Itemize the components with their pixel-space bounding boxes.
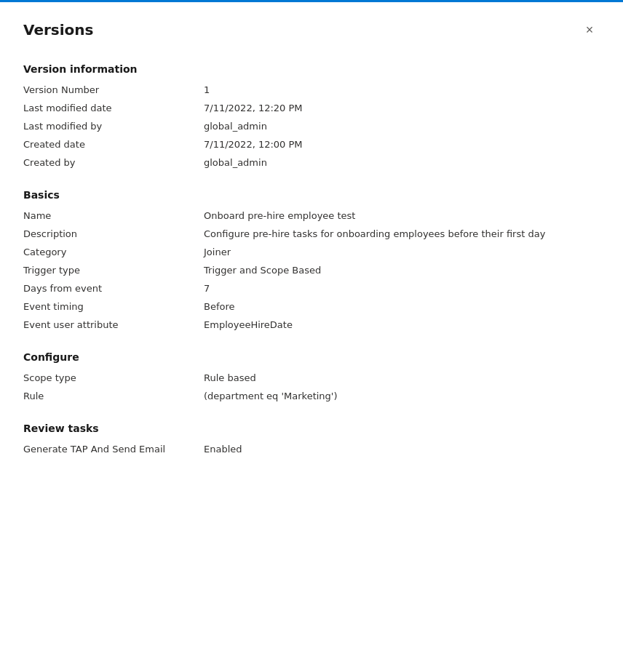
label-rule: Rule xyxy=(23,391,204,401)
field-row-rule: Rule (department eq 'Marketing') xyxy=(23,387,600,405)
review-tasks-section: Review tasks Generate TAP And Send Email… xyxy=(23,423,600,458)
label-name: Name xyxy=(23,210,204,221)
field-row-last-modified-date: Last modified date 7/11/2022, 12:20 PM xyxy=(23,99,600,117)
field-row-event-user-attribute: Event user attribute EmployeeHireDate xyxy=(23,316,600,334)
value-rule: (department eq 'Marketing') xyxy=(204,391,600,401)
label-last-modified-by: Last modified by xyxy=(23,121,204,132)
value-event-timing: Before xyxy=(204,301,600,312)
value-scope-type: Rule based xyxy=(204,372,600,383)
value-days-from-event: 7 xyxy=(204,283,600,294)
field-row-description: Description Configure pre-hire tasks for… xyxy=(23,225,600,243)
label-created-date: Created date xyxy=(23,139,204,150)
field-row-created-date: Created date 7/11/2022, 12:00 PM xyxy=(23,135,600,153)
value-version-number: 1 xyxy=(204,84,600,95)
value-trigger-type: Trigger and Scope Based xyxy=(204,265,600,276)
field-row-category: Category Joiner xyxy=(23,243,600,261)
label-event-user-attribute: Event user attribute xyxy=(23,319,204,330)
field-row-last-modified-by: Last modified by global_admin xyxy=(23,117,600,135)
value-created-by: global_admin xyxy=(204,157,600,168)
field-row-event-timing: Event timing Before xyxy=(23,297,600,316)
label-trigger-type: Trigger type xyxy=(23,265,204,276)
value-name: Onboard pre-hire employee test xyxy=(204,210,600,221)
label-version-number: Version Number xyxy=(23,84,204,95)
panel-title: Versions xyxy=(23,21,93,39)
label-last-modified-date: Last modified date xyxy=(23,103,204,113)
configure-section: Configure Scope type Rule based Rule (de… xyxy=(23,351,600,405)
field-row-trigger-type: Trigger type Trigger and Scope Based xyxy=(23,261,600,279)
label-created-by: Created by xyxy=(23,157,204,168)
value-description: Configure pre-hire tasks for onboarding … xyxy=(204,228,600,239)
value-generate-tap: Enabled xyxy=(204,444,600,455)
value-created-date: 7/11/2022, 12:00 PM xyxy=(204,139,600,150)
value-event-user-attribute: EmployeeHireDate xyxy=(204,319,600,330)
basics-section: Basics Name Onboard pre-hire employee te… xyxy=(23,189,600,334)
basics-title: Basics xyxy=(23,189,600,201)
field-row-version-number: Version Number 1 xyxy=(23,81,600,99)
value-category: Joiner xyxy=(204,247,600,257)
field-row-created-by: Created by global_admin xyxy=(23,153,600,172)
value-last-modified-by: global_admin xyxy=(204,121,600,132)
close-button[interactable]: × xyxy=(579,20,600,40)
field-row-generate-tap: Generate TAP And Send Email Enabled xyxy=(23,440,600,458)
field-row-days-from-event: Days from event 7 xyxy=(23,279,600,297)
value-last-modified-date: 7/11/2022, 12:20 PM xyxy=(204,103,600,113)
field-row-scope-type: Scope type Rule based xyxy=(23,369,600,387)
version-information-title: Version information xyxy=(23,63,600,75)
label-description: Description xyxy=(23,228,204,239)
label-category: Category xyxy=(23,247,204,257)
label-generate-tap: Generate TAP And Send Email xyxy=(23,444,204,455)
label-scope-type: Scope type xyxy=(23,372,204,383)
versions-panel: Versions × Version information Version N… xyxy=(0,0,623,672)
field-row-name: Name Onboard pre-hire employee test xyxy=(23,207,600,225)
configure-title: Configure xyxy=(23,351,600,363)
panel-header: Versions × xyxy=(23,20,600,40)
label-event-timing: Event timing xyxy=(23,301,204,312)
version-information-section: Version information Version Number 1 Las… xyxy=(23,63,600,172)
review-tasks-title: Review tasks xyxy=(23,423,600,434)
label-days-from-event: Days from event xyxy=(23,283,204,294)
